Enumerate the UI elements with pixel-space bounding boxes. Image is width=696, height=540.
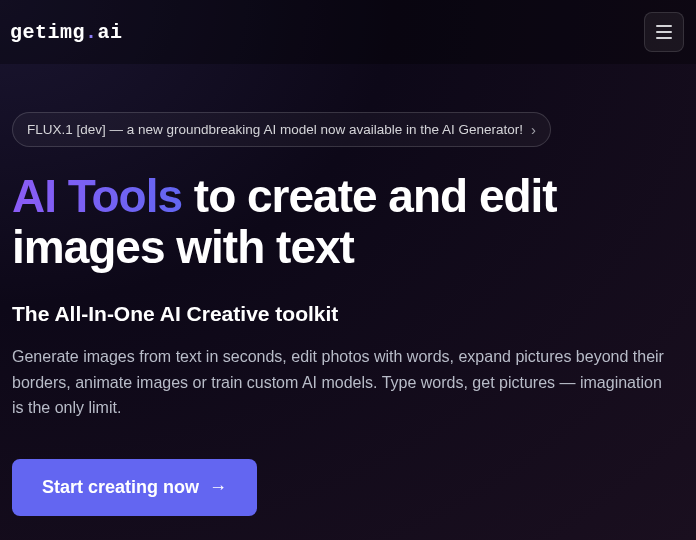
chevron-right-icon: › — [531, 121, 536, 138]
hero-title-highlight: AI Tools — [12, 170, 182, 222]
header: getimg.ai — [0, 0, 696, 64]
announcement-text: FLUX.1 [dev] — a new groundbreaking AI m… — [27, 122, 523, 137]
announcement-pill[interactable]: FLUX.1 [dev] — a new groundbreaking AI m… — [12, 112, 551, 147]
cta-label: Start creating now — [42, 477, 199, 498]
hero-title: AI Tools to create and edit images with … — [12, 171, 684, 272]
logo-suffix: ai — [98, 21, 123, 44]
arrow-right-icon: → — [209, 477, 227, 498]
logo-prefix: getimg — [10, 21, 85, 44]
start-creating-button[interactable]: Start creating now → — [12, 459, 257, 516]
main-content: FLUX.1 [dev] — a new groundbreaking AI m… — [0, 64, 696, 540]
description: Generate images from text in seconds, ed… — [12, 344, 672, 421]
logo[interactable]: getimg.ai — [10, 21, 123, 44]
logo-dot: . — [85, 21, 98, 44]
subtitle: The All-In-One AI Creative toolkit — [12, 302, 684, 326]
hamburger-icon — [656, 25, 672, 39]
menu-button[interactable] — [644, 12, 684, 52]
